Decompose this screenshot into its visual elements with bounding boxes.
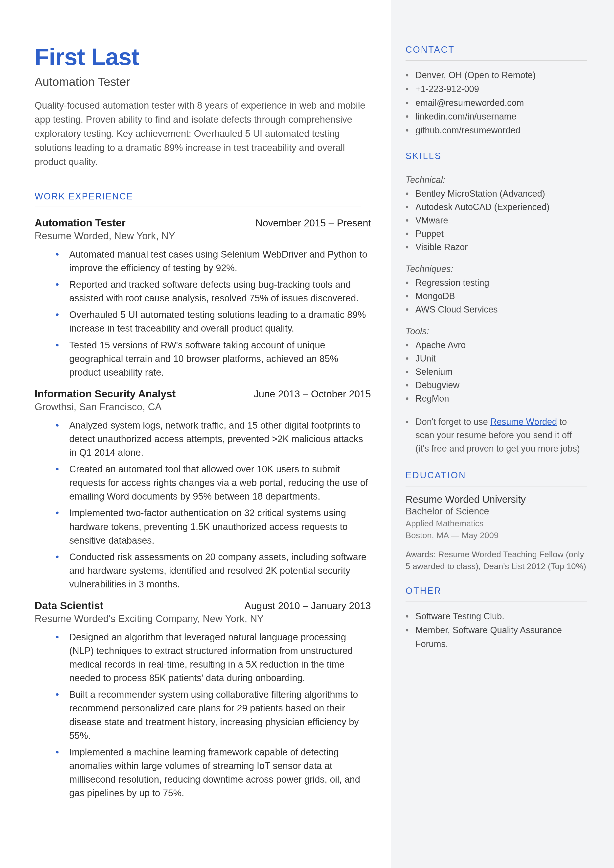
- job-bullets: Analyzed system logs, network traffic, a…: [35, 419, 371, 591]
- bullet-item: Reported and tracked software defects us…: [69, 278, 371, 305]
- divider: [406, 601, 587, 602]
- bullet-item: Designed an algorithm that leveraged nat…: [69, 630, 371, 685]
- section-education-heading: EDUCATION: [406, 470, 587, 480]
- skill-item: AWS Cloud Services: [406, 303, 587, 316]
- skill-item: RegMon: [406, 392, 587, 405]
- job-dates: November 2015 – Present: [256, 217, 371, 228]
- job-bullets: Designed an algorithm that leveraged nat…: [35, 630, 371, 800]
- job-dates: August 2010 – January 2013: [244, 600, 371, 612]
- contact-item: github.com/resumeworded: [406, 123, 587, 137]
- bullet-item: Conducted risk assessments on 20 company…: [69, 550, 371, 591]
- skill-item: VMware: [406, 214, 587, 227]
- skills-tip: Don't forget to use Resume Worded to sca…: [406, 415, 587, 455]
- edu-field: Applied Mathematics: [406, 518, 587, 529]
- resume-worded-link[interactable]: Resume Worded: [490, 417, 557, 427]
- job-location: Growthsi, San Francisco, CA: [35, 401, 371, 413]
- section-contact-heading: CONTACT: [406, 45, 587, 55]
- summary-text: Quality-focused automation tester with 8…: [35, 98, 371, 169]
- person-name: First Last: [35, 43, 371, 70]
- job-dates: June 2013 – October 2015: [254, 388, 371, 400]
- other-list: Software Testing Club.Member, Software Q…: [406, 609, 587, 651]
- skill-item: Autodesk AutoCAD (Experienced): [406, 200, 587, 214]
- skill-group-heading: Techniques:: [406, 264, 587, 274]
- contact-item: Denver, OH (Open to Remote): [406, 68, 587, 82]
- skill-item: Debugview: [406, 379, 587, 392]
- bullet-item: Implemented two-factor authentication on…: [69, 506, 371, 547]
- bullet-item: Created an automated tool that allowed o…: [69, 463, 371, 503]
- contact-item: linkedin.com/in/username: [406, 110, 587, 123]
- other-item: Member, Software Quality Assurance Forum…: [406, 623, 587, 651]
- skill-item: JUnit: [406, 352, 587, 365]
- contact-item: +1-223-912-009: [406, 82, 587, 96]
- section-skills-heading: SKILLS: [406, 151, 587, 161]
- section-work-heading: WORK EXPERIENCE: [35, 191, 371, 202]
- edu-awards: Awards: Resume Worded Teaching Fellow (o…: [406, 548, 587, 572]
- main-column: First Last Automation Tester Quality-foc…: [0, 0, 391, 868]
- edu-school: Resume Worded University: [406, 494, 587, 505]
- job-bullets: Automated manual test cases using Seleni…: [35, 248, 371, 379]
- job-title: Information Security Analyst: [35, 388, 175, 400]
- bullet-item: Built a recommender system using collabo…: [69, 688, 371, 742]
- skill-list: Apache AvroJUnitSeleniumDebugviewRegMon: [406, 339, 587, 405]
- skill-item: Apache Avro: [406, 339, 587, 352]
- skill-list: Bentley MicroStation (Advanced)Autodesk …: [406, 187, 587, 254]
- section-other-heading: OTHER: [406, 586, 587, 596]
- bullet-item: Tested 15 versions of RW's software taki…: [69, 339, 371, 379]
- contact-item: email@resumeworded.com: [406, 96, 587, 110]
- divider: [406, 167, 587, 167]
- job-headline: Automation Tester: [35, 75, 371, 89]
- bullet-item: Implemented a machine learning framework…: [69, 745, 371, 800]
- bullet-item: Analyzed system logs, network traffic, a…: [69, 419, 371, 460]
- contact-list: Denver, OH (Open to Remote)+1-223-912-00…: [406, 68, 587, 137]
- bullet-item: Overhauled 5 UI automated testing soluti…: [69, 308, 371, 335]
- job-title: Data Scientist: [35, 600, 103, 612]
- other-item: Software Testing Club.: [406, 609, 587, 623]
- bullet-item: Automated manual test cases using Seleni…: [69, 248, 371, 275]
- sidebar-column: CONTACT Denver, OH (Open to Remote)+1-22…: [391, 0, 614, 868]
- skill-item: Visible Razor: [406, 241, 587, 254]
- divider: [35, 207, 361, 207]
- skill-item: Bentley MicroStation (Advanced): [406, 187, 587, 200]
- divider: [406, 61, 587, 61]
- edu-location: Boston, MA — May 2009: [406, 529, 587, 541]
- skill-item: MongoDB: [406, 289, 587, 303]
- job-title: Automation Tester: [35, 217, 126, 229]
- skill-item: Selenium: [406, 365, 587, 379]
- skill-item: Regression testing: [406, 276, 587, 289]
- skill-group-heading: Tools:: [406, 326, 587, 337]
- job-location: Resume Worded, New York, NY: [35, 230, 371, 242]
- edu-degree: Bachelor of Science: [406, 506, 587, 517]
- skill-list: Regression testingMongoDBAWS Cloud Servi…: [406, 276, 587, 316]
- job-location: Resume Worded's Exciting Company, New Yo…: [35, 613, 371, 624]
- skill-group-heading: Technical:: [406, 175, 587, 185]
- skill-item: Puppet: [406, 227, 587, 241]
- divider: [406, 486, 587, 486]
